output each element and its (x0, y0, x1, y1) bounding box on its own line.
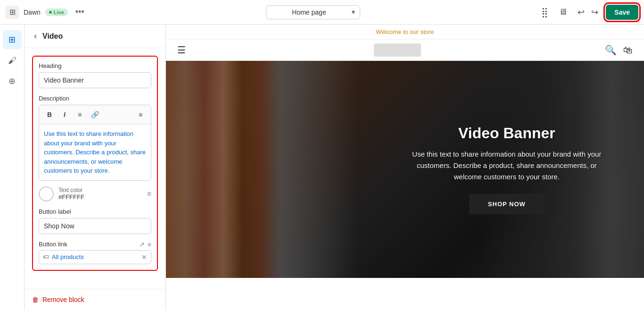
search-icon[interactable]: 🔍 (605, 44, 617, 56)
grid-view-button[interactable]: ⣿ (538, 5, 551, 20)
list-button[interactable]: ≡ (73, 108, 86, 121)
sidebar-icon-add[interactable]: ⊕ (3, 72, 22, 91)
nav-logo (197, 43, 597, 57)
top-bar-right: ⣿ 🖥 ↩ ↪ Save (538, 5, 638, 20)
link-stack-button[interactable]: ≡ (148, 241, 151, 248)
live-dot (49, 11, 52, 14)
more-options-button[interactable]: ••• (73, 5, 87, 19)
app-icon: ⊞ (6, 6, 19, 19)
banner-cta-button[interactable]: SHOP NOW (469, 194, 545, 214)
button-link-row: Button link ↗ ≡ (39, 241, 151, 248)
top-bar-left: ⊞ Dawn Live ••• (6, 5, 87, 19)
link-button[interactable]: 🔗 (88, 108, 101, 121)
more-formats-button[interactable]: ≡ (134, 108, 147, 121)
main-layout: ⊞ 🖌 ⊕ ‹ Video Heading Description B I (0, 25, 644, 310)
editor-toolbar: B I ≡ 🔗 ≡ (39, 105, 151, 125)
undo-button[interactable]: ↩ (575, 5, 587, 19)
heading-label: Heading (39, 62, 151, 69)
rich-editor: B I ≡ 🔗 ≡ Use this text to share informa… (39, 105, 151, 181)
color-info: Text color #FFFFFF (58, 187, 142, 201)
nav-icons: 🔍 🛍 (605, 44, 633, 56)
sidebar-icon-sections[interactable]: ⊞ (3, 30, 22, 49)
color-label: Text color (58, 187, 142, 193)
page-select-wrap: Home page ▼ (266, 5, 360, 19)
link-value-row[interactable]: 🏷 All products ✕ (39, 250, 151, 264)
color-row: Text color #FFFFFF ≡ (39, 186, 151, 201)
bold-button[interactable]: B (43, 108, 56, 121)
hamburger-icon[interactable]: ☰ (177, 44, 186, 56)
save-button[interactable]: Save (606, 5, 638, 20)
editor-content[interactable]: Use this text to share information about… (39, 125, 151, 180)
banner-desc: Use this text to share information about… (408, 149, 606, 183)
panel: ‹ Video Heading Description B I ≡ 🔗 (25, 25, 166, 310)
store-nav: ☰ 🔍 🛍 (166, 40, 644, 61)
store-topbar: Welcome to our store (166, 25, 644, 40)
sidebar-icon-theme[interactable]: 🖌 (3, 51, 22, 70)
redo-button[interactable]: ↪ (588, 5, 601, 19)
color-value: #FFFFFF (58, 193, 142, 201)
link-text: All products (52, 253, 139, 260)
panel-header: ‹ Video (25, 25, 165, 48)
form-section: Heading Description B I ≡ 🔗 ≡ Use this t… (32, 56, 158, 271)
remove-block-button[interactable]: 🗑 Remove block (25, 289, 165, 310)
color-swatch[interactable] (39, 186, 54, 201)
trash-icon: 🗑 (32, 296, 39, 303)
panel-title: Video (42, 32, 63, 41)
remove-block-label: Remove block (42, 296, 84, 303)
link-external-button[interactable]: ↗ (139, 241, 145, 248)
link-tag-icon: 🏷 (43, 253, 49, 260)
monitor-button[interactable]: 🖥 (556, 5, 570, 19)
heading-input[interactable] (39, 72, 151, 88)
button-link-label: Button link (39, 241, 136, 248)
banner-content: Video Banner Use this text to share info… (408, 125, 606, 214)
banner-title: Video Banner (408, 125, 606, 142)
button-label-label: Button label (39, 208, 151, 215)
top-bar: ⊞ Dawn Live ••• Home page ▼ ⣿ 🖥 ↩ ↪ Save (0, 0, 644, 25)
preview-area: Welcome to our store ☰ 🔍 🛍 Video Banner … (166, 25, 644, 310)
cart-icon[interactable]: 🛍 (623, 45, 633, 56)
store-topbar-text: Welcome to our store (376, 28, 434, 35)
top-bar-center: Home page ▼ (93, 5, 533, 19)
panel-back-button[interactable]: ‹ (32, 30, 39, 42)
undo-redo-group: ↩ ↪ (575, 5, 601, 19)
button-label-input[interactable] (39, 218, 151, 234)
page-select[interactable]: Home page (266, 5, 360, 19)
logo-placeholder (374, 43, 421, 57)
live-badge: Live (45, 8, 68, 16)
link-clear-button[interactable]: ✕ (141, 253, 147, 261)
sidebar-icons: ⊞ 🖌 ⊕ (0, 25, 25, 310)
italic-button[interactable]: I (58, 108, 71, 121)
description-label: Description (39, 95, 151, 102)
color-stack-button[interactable]: ≡ (147, 190, 151, 198)
store-name: Dawn (24, 8, 41, 16)
video-banner: Video Banner Use this text to share info… (166, 61, 644, 278)
panel-scroll[interactable]: Heading Description B I ≡ 🔗 ≡ Use this t… (25, 48, 165, 289)
